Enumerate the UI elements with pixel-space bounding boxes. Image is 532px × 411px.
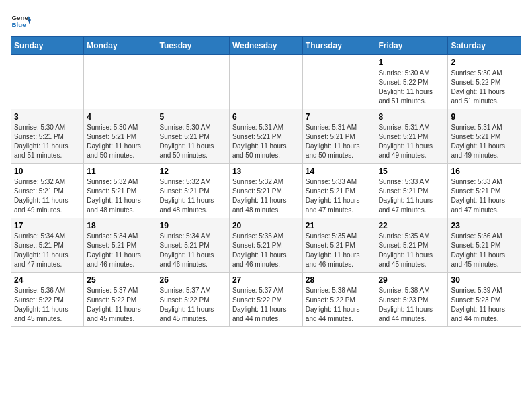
day-number: 16 <box>451 167 518 176</box>
day-info: Sunrise: 5:35 AM Sunset: 5:21 PM Dayligh… <box>306 232 373 269</box>
day-info: Sunrise: 5:30 AM Sunset: 5:22 PM Dayligh… <box>451 68 518 106</box>
week-row-2: 3Sunrise: 5:30 AM Sunset: 5:21 PM Daylig… <box>11 109 521 164</box>
day-info: Sunrise: 5:33 AM Sunset: 5:21 PM Dayligh… <box>306 177 373 215</box>
calendar-cell: 29Sunrise: 5:38 AM Sunset: 5:23 PM Dayli… <box>375 273 448 327</box>
col-header-saturday: Saturday <box>448 37 521 55</box>
calendar-cell: 28Sunrise: 5:38 AM Sunset: 5:22 PM Dayli… <box>302 273 375 327</box>
calendar-cell: 20Sunrise: 5:35 AM Sunset: 5:21 PM Dayli… <box>229 218 302 273</box>
calendar-cell: 2Sunrise: 5:30 AM Sunset: 5:22 PM Daylig… <box>448 55 521 109</box>
calendar-cell: 24Sunrise: 5:36 AM Sunset: 5:22 PM Dayli… <box>11 273 84 327</box>
day-info: Sunrise: 5:30 AM Sunset: 5:21 PM Dayligh… <box>160 123 226 161</box>
day-info: Sunrise: 5:39 AM Sunset: 5:23 PM Dayligh… <box>451 286 518 324</box>
calendar-cell: 17Sunrise: 5:34 AM Sunset: 5:21 PM Dayli… <box>11 218 84 273</box>
calendar-cell <box>84 55 157 109</box>
day-number: 18 <box>87 221 153 230</box>
logo: General Blue <box>11 11 31 31</box>
day-info: Sunrise: 5:33 AM Sunset: 5:21 PM Dayligh… <box>378 177 445 215</box>
day-number: 15 <box>378 167 445 176</box>
day-number: 23 <box>451 221 518 230</box>
day-number: 5 <box>160 112 226 122</box>
day-info: Sunrise: 5:38 AM Sunset: 5:22 PM Dayligh… <box>306 286 373 324</box>
day-number: 6 <box>232 112 300 122</box>
calendar-cell: 26Sunrise: 5:37 AM Sunset: 5:22 PM Dayli… <box>157 273 229 327</box>
day-info: Sunrise: 5:36 AM Sunset: 5:21 PM Dayligh… <box>451 232 518 269</box>
calendar-cell: 16Sunrise: 5:33 AM Sunset: 5:21 PM Dayli… <box>448 164 521 218</box>
day-number: 29 <box>378 275 445 285</box>
col-header-tuesday: Tuesday <box>157 37 229 55</box>
day-number: 24 <box>14 275 81 285</box>
col-header-wednesday: Wednesday <box>229 37 302 55</box>
day-number: 14 <box>306 167 373 176</box>
calendar-cell: 13Sunrise: 5:32 AM Sunset: 5:21 PM Dayli… <box>229 164 302 218</box>
col-header-thursday: Thursday <box>302 37 375 55</box>
day-number: 7 <box>306 112 373 122</box>
day-info: Sunrise: 5:38 AM Sunset: 5:23 PM Dayligh… <box>378 286 445 324</box>
calendar-cell: 25Sunrise: 5:37 AM Sunset: 5:22 PM Dayli… <box>84 273 157 327</box>
calendar-cell: 21Sunrise: 5:35 AM Sunset: 5:21 PM Dayli… <box>302 218 375 273</box>
day-number: 3 <box>14 112 81 122</box>
day-info: Sunrise: 5:32 AM Sunset: 5:21 PM Dayligh… <box>160 177 226 215</box>
day-number: 20 <box>232 221 300 230</box>
day-number: 11 <box>87 167 153 176</box>
col-header-friday: Friday <box>375 37 448 55</box>
calendar-cell <box>157 55 229 109</box>
day-number: 12 <box>160 167 226 176</box>
week-row-3: 10Sunrise: 5:32 AM Sunset: 5:21 PM Dayli… <box>11 164 521 218</box>
day-info: Sunrise: 5:34 AM Sunset: 5:21 PM Dayligh… <box>14 232 81 269</box>
calendar-cell <box>11 55 84 109</box>
day-info: Sunrise: 5:33 AM Sunset: 5:21 PM Dayligh… <box>451 177 518 215</box>
day-number: 2 <box>451 58 518 67</box>
day-info: Sunrise: 5:32 AM Sunset: 5:21 PM Dayligh… <box>232 177 300 215</box>
day-number: 10 <box>14 167 81 176</box>
day-number: 1 <box>378 58 445 67</box>
day-number: 8 <box>378 112 445 122</box>
calendar-cell: 14Sunrise: 5:33 AM Sunset: 5:21 PM Dayli… <box>302 164 375 218</box>
calendar-cell <box>229 55 302 109</box>
svg-text:Blue: Blue <box>12 21 27 28</box>
day-info: Sunrise: 5:35 AM Sunset: 5:21 PM Dayligh… <box>378 232 445 269</box>
calendar-cell: 12Sunrise: 5:32 AM Sunset: 5:21 PM Dayli… <box>157 164 229 218</box>
page-header: General Blue <box>11 11 521 31</box>
calendar-cell <box>302 55 375 109</box>
day-info: Sunrise: 5:37 AM Sunset: 5:22 PM Dayligh… <box>160 286 226 324</box>
day-info: Sunrise: 5:34 AM Sunset: 5:21 PM Dayligh… <box>87 232 153 269</box>
calendar-table: SundayMondayTuesdayWednesdayThursdayFrid… <box>11 36 521 327</box>
day-info: Sunrise: 5:32 AM Sunset: 5:21 PM Dayligh… <box>87 177 153 215</box>
day-number: 30 <box>451 275 518 285</box>
day-number: 27 <box>232 275 300 285</box>
calendar-cell: 8Sunrise: 5:31 AM Sunset: 5:21 PM Daylig… <box>375 109 448 164</box>
day-info: Sunrise: 5:31 AM Sunset: 5:21 PM Dayligh… <box>232 123 300 161</box>
week-row-5: 24Sunrise: 5:36 AM Sunset: 5:22 PM Dayli… <box>11 273 521 327</box>
day-info: Sunrise: 5:30 AM Sunset: 5:21 PM Dayligh… <box>87 123 153 161</box>
day-info: Sunrise: 5:31 AM Sunset: 5:21 PM Dayligh… <box>451 123 518 161</box>
day-info: Sunrise: 5:31 AM Sunset: 5:21 PM Dayligh… <box>378 123 445 161</box>
week-row-1: 1Sunrise: 5:30 AM Sunset: 5:22 PM Daylig… <box>11 55 521 109</box>
day-info: Sunrise: 5:36 AM Sunset: 5:22 PM Dayligh… <box>14 286 81 324</box>
day-info: Sunrise: 5:31 AM Sunset: 5:21 PM Dayligh… <box>306 123 373 161</box>
week-row-4: 17Sunrise: 5:34 AM Sunset: 5:21 PM Dayli… <box>11 218 521 273</box>
calendar-cell: 15Sunrise: 5:33 AM Sunset: 5:21 PM Dayli… <box>375 164 448 218</box>
col-header-monday: Monday <box>84 37 157 55</box>
calendar-cell: 30Sunrise: 5:39 AM Sunset: 5:23 PM Dayli… <box>448 273 521 327</box>
calendar-cell: 10Sunrise: 5:32 AM Sunset: 5:21 PM Dayli… <box>11 164 84 218</box>
calendar-cell: 3Sunrise: 5:30 AM Sunset: 5:21 PM Daylig… <box>11 109 84 164</box>
col-header-sunday: Sunday <box>11 37 84 55</box>
day-info: Sunrise: 5:30 AM Sunset: 5:21 PM Dayligh… <box>14 123 81 161</box>
calendar-cell: 23Sunrise: 5:36 AM Sunset: 5:21 PM Dayli… <box>448 218 521 273</box>
day-info: Sunrise: 5:34 AM Sunset: 5:21 PM Dayligh… <box>160 232 226 269</box>
calendar-cell: 27Sunrise: 5:37 AM Sunset: 5:22 PM Dayli… <box>229 273 302 327</box>
calendar-cell: 22Sunrise: 5:35 AM Sunset: 5:21 PM Dayli… <box>375 218 448 273</box>
day-number: 17 <box>14 221 81 230</box>
calendar-cell: 4Sunrise: 5:30 AM Sunset: 5:21 PM Daylig… <box>84 109 157 164</box>
logo-icon: General Blue <box>11 11 31 31</box>
day-info: Sunrise: 5:35 AM Sunset: 5:21 PM Dayligh… <box>232 232 300 269</box>
day-number: 4 <box>87 112 153 122</box>
day-info: Sunrise: 5:30 AM Sunset: 5:22 PM Dayligh… <box>378 68 445 106</box>
day-number: 28 <box>306 275 373 285</box>
day-number: 25 <box>87 275 153 285</box>
day-info: Sunrise: 5:32 AM Sunset: 5:21 PM Dayligh… <box>14 177 81 215</box>
day-number: 26 <box>160 275 226 285</box>
day-number: 9 <box>451 112 518 122</box>
day-number: 13 <box>232 167 300 176</box>
calendar-cell: 6Sunrise: 5:31 AM Sunset: 5:21 PM Daylig… <box>229 109 302 164</box>
